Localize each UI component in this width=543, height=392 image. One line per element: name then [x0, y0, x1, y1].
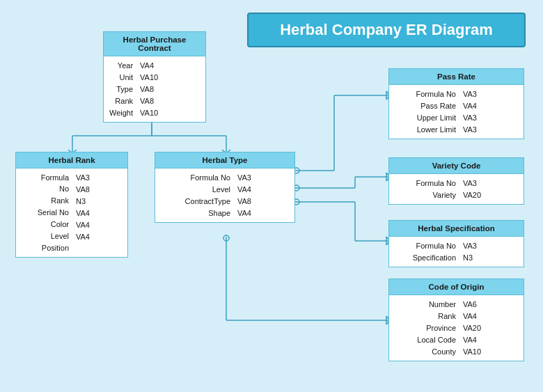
label-co-province: Province — [395, 322, 456, 334]
label-co-local-code: Local Code — [395, 334, 456, 345]
val-vc-variety: VA20 — [463, 189, 481, 201]
label-hs-formula-no: Formula No — [395, 240, 456, 251]
val-hs-specification: N3 — [463, 252, 477, 263]
herbal-purchase-contract-box: Herbal PurchaseContract Year Unit Type R… — [103, 31, 206, 123]
val-year: VA4 — [140, 60, 158, 71]
val-level: VA4 — [76, 219, 90, 230]
val-formula-no: VA3 — [76, 172, 90, 183]
label-vc-variety: Variety — [395, 189, 456, 201]
val-pr-lower-limit: VA3 — [463, 124, 477, 135]
herbal-type-box: Herbal Type Formula No Level ContractTyp… — [155, 152, 295, 223]
val-co-number: VA6 — [463, 299, 481, 310]
val-co-local-code: VA4 — [463, 334, 481, 345]
val-weight: VA10 — [140, 107, 158, 118]
variety-code-box: Variety Code Formula No Variety VA3 VA20 — [388, 157, 524, 205]
herbal-rank-box: Herbal Rank FormulaNo Rank Serial No Col… — [15, 152, 128, 258]
pass-rate-box: Pass Rate Formula No Pass Rate Upper Lim… — [388, 68, 524, 139]
val-ht-shape: VA4 — [237, 207, 251, 219]
val-hs-formula-no: VA3 — [463, 240, 477, 251]
label-ht-formula-no: Formula No — [161, 172, 230, 183]
val-unit: VA10 — [140, 72, 158, 83]
pass-rate-body: Formula No Pass Rate Upper Limit Lower L… — [389, 85, 524, 139]
val-rank: VA8 — [140, 95, 158, 107]
label-pr-formula-no: Formula No — [395, 88, 456, 100]
label-weight: Weight — [109, 107, 133, 118]
val-vc-formula-no: VA3 — [463, 178, 481, 189]
label-ht-contract-type: ContractType — [161, 196, 230, 207]
label-hs-specification: Specification — [395, 252, 456, 263]
val-color: VA4 — [76, 207, 90, 219]
code-of-origin-header: Code of Origin — [389, 279, 524, 295]
code-of-origin-box: Code of Origin Number Rank Province Loca… — [388, 279, 524, 361]
label-vc-formula-no: Formula No — [395, 178, 456, 189]
label-color: Color — [22, 219, 69, 230]
label-co-rank: Rank — [395, 311, 456, 322]
label-ht-level: Level — [161, 184, 230, 195]
val-co-province: VA20 — [463, 322, 481, 334]
val-type: VA8 — [140, 84, 158, 95]
herbal-type-header: Herbal Type — [155, 152, 294, 168]
val-pr-upper-limit: VA3 — [463, 112, 477, 123]
val-pr-formula-no: VA3 — [463, 88, 477, 100]
herbal-purchase-contract-body: Year Unit Type Rank Weight VA4 VA10 VA8 … — [104, 56, 205, 122]
label-rank2: Rank — [22, 195, 69, 206]
label-ht-shape: Shape — [161, 207, 230, 219]
herbal-specification-header: Herbal Specification — [389, 221, 524, 237]
label-co-number: Number — [395, 299, 456, 310]
label-position: Position — [22, 242, 69, 253]
herbal-purchase-contract-header: Herbal PurchaseContract — [104, 32, 205, 56]
label-co-county: County — [395, 346, 456, 357]
val-ht-level: VA4 — [237, 184, 251, 195]
code-of-origin-body: Number Rank Province Local Code County V… — [389, 295, 524, 361]
variety-code-header: Variety Code — [389, 158, 524, 174]
label-year: Year — [109, 60, 133, 71]
val-rank2: VA8 — [76, 184, 90, 195]
diagram-title-box: Herbal Company ER Diagram — [247, 13, 526, 47]
label-formula-no: FormulaNo — [22, 172, 69, 194]
herbal-specification-box: Herbal Specification Formula No Specific… — [388, 220, 524, 267]
label-serial-no: Serial No — [22, 207, 69, 218]
herbal-type-body: Formula No Level ContractType Shape VA3 … — [155, 168, 294, 222]
herbal-rank-body: FormulaNo Rank Serial No Color Level Pos… — [16, 168, 127, 257]
val-co-county: VA10 — [463, 346, 481, 357]
herbal-rank-header: Herbal Rank — [16, 152, 127, 168]
label-pr-pass-rate: Pass Rate — [395, 100, 456, 111]
val-serial-no: N3 — [76, 196, 90, 207]
label-level: Level — [22, 230, 69, 242]
diagram-title: Herbal Company ER Diagram — [261, 21, 512, 39]
pass-rate-header: Pass Rate — [389, 69, 524, 85]
variety-code-body: Formula No Variety VA3 VA20 — [389, 174, 524, 204]
val-position: VA4 — [76, 231, 90, 242]
val-co-rank: VA4 — [463, 311, 481, 322]
label-type: Type — [109, 84, 133, 95]
val-ht-contract-type: VA8 — [237, 196, 251, 207]
herbal-specification-body: Formula No Specification VA3 N3 — [389, 237, 524, 267]
label-rank: Rank — [109, 95, 133, 107]
label-unit: Unit — [109, 72, 133, 83]
val-pr-pass-rate: VA4 — [463, 100, 477, 111]
label-pr-lower-limit: Lower Limit — [395, 124, 456, 135]
label-pr-upper-limit: Upper Limit — [395, 112, 456, 123]
val-ht-formula-no: VA3 — [237, 172, 251, 183]
svg-point-37 — [223, 235, 229, 241]
